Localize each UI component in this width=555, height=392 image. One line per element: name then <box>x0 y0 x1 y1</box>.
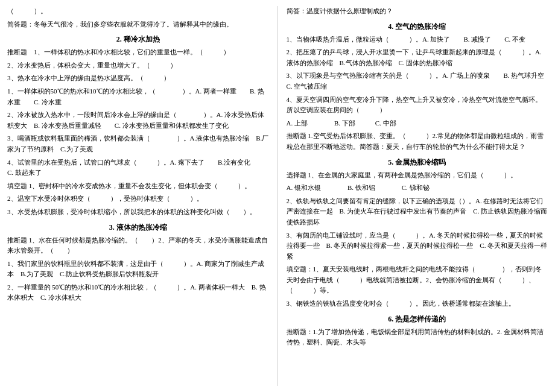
section-2-q5: 2、冷水被放入热水中，一段时间后冷水会上浮的缘由是（ ）。A. 冷水受热后体积变… <box>7 110 269 131</box>
s3-q3-text: 2、一样重量的 50℃的热水和10℃的冷水相比较，（ ）。A. 两者体积一样大 … <box>7 282 269 303</box>
section-4-push: 推断题 1.空气受热后体积膨胀、变重。（ ）2.常见的物体都是由微粒组成的，雨雪… <box>287 131 548 152</box>
section-2-q7: 4、试管里的水在受热后，试管口的气球皮（ ）。A. 瘪下去了 B.没有变化 C.… <box>7 157 269 179</box>
section-5-title: 5. 金属热胀冷缩吗 <box>287 157 548 168</box>
intro-bracket-text: （ ）。 <box>7 7 47 14</box>
s2-q3-text: 3、热水在冷水中上浮的缘由是热水温度高。（ ） <box>7 73 269 84</box>
s5-q1-opts-text: A. 银和水银 B. 铁和铝 C. 锑和铋 <box>287 183 548 194</box>
s3-q1-text: 推断题 1、水在任何时候都是热胀冷缩的。（ ）2、严寒的冬天，水受冷画胀能造成自… <box>7 235 269 256</box>
section-3-q2: 1、我们家里的饮料瓶里的饮料都不装满，这是由于（ ）。A. 商家为了削减生产成本… <box>7 259 269 280</box>
section-6-title: 6. 热是怎样传递的 <box>287 314 548 324</box>
section-4-q4: 4、夏天空调四周的空气变冷升下降，热空气上升又被变冷，冷热空气对流使空气循环。所… <box>287 95 548 116</box>
s4-q3-text: 3、以下现象是与空气热胀冷缩有关的是（ ）。A. 广场上的喷泉 B. 热气球升空… <box>287 71 548 92</box>
section-5-fill2: 3、钢铁造的铁轨在温度变化时会（ ）。因此，铁桥通常都架在滚轴上。 <box>287 299 548 309</box>
section-5-q3: 3、有阔历的电工铺设线时，应当是（ ）。A. 冬天的时候拉得松一些，夏天的时候拉… <box>287 230 548 262</box>
section-2-fill3: 3、水受热体积膨胀，受冷时体积缩小，所以我把水的体积的这种变化叫做（ ）。 <box>7 207 269 218</box>
s2-fill3-text: 3、水受热体积膨胀，受冷时体积缩小，所以我把水的体积的这种变化叫做（ ）。 <box>7 207 269 218</box>
section-2-q2: 2、冷水变热后，体积会变大，重量也增大了。（ ） <box>7 60 269 71</box>
s5-fill2-text: 3、钢铁造的铁轨在温度变化时会（ ）。因此，铁桥通常都架在滚轴上。 <box>287 299 548 309</box>
s5-fill1-text: 填空题：1、夏天安装电线时，两根电线杆之间的电线不能拉得（ ），否则到冬天时会由… <box>287 264 548 296</box>
section-5-q1: 选择题 1、在金属的大家庭里，有两种金属是热胀冷缩的，它们是（ ）。 <box>287 170 548 181</box>
s5-q1-text: 选择题 1、在金属的大家庭里，有两种金属是热胀冷缩的，它们是（ ）。 <box>287 170 548 181</box>
section-5-q2: 2、铁轨与铁轨之间要留有肯定的缝隙，以下正确的选项是（）。A. 在修路时无法将它… <box>287 196 548 228</box>
intro-answer-left-text: 简答题：冬每天气很冷，我们多穿些衣服就不觉得冷了。请解释其中的缘由。 <box>7 21 233 28</box>
s4-push-text: 推断题 1.空气受热后体积膨胀、变重。（ ）2.常见的物体都是由微粒组成的，雨雪… <box>287 131 548 152</box>
section-2-q3: 3、热水在冷水中上浮的缘由是热水温度高。（ ） <box>7 73 269 84</box>
section-3-title: 3. 液体的热胀冷缩 <box>7 223 269 233</box>
s2-q7-text: 4、试管里的水在受热后，试管口的气球皮（ ）。A. 瘪下去了 B.没有变化 C.… <box>7 157 269 179</box>
section-2-q6: 3、喝酒瓶或饮料瓶里面的稀酒，饮料都会装满（ ）。A.液体也有热胀冷缩 B.厂家… <box>7 133 269 154</box>
s3-q2-text: 1、我们家里的饮料瓶里的饮料都不装满，这是由于（ ）。A. 商家为了削减生产成本… <box>7 259 269 280</box>
s5-q2-text: 2、铁轨与铁轨之间要留有肯定的缝隙，以下正确的选项是（）。A. 在修路时无法将它… <box>287 196 548 228</box>
section-2-title: 2. 稀冷水加热 <box>7 34 269 45</box>
s4-q2-text: 2、把压瘪了的乒乓球，浸人开水里烫一下，让乒乓球重新起来的原理是（ ）。A.液体… <box>287 47 548 68</box>
s4-q1-text: 1、当物体吸热升温后，微粒运动（ ）。A. 加快了 B. 减慢了 C. 不变 <box>287 34 548 45</box>
intro-answer-right-text: 简答：温度计依据什么原理制成的？ <box>287 7 393 14</box>
page-container: （ ）。 简答题：冬每天气很冷，我们多穿些衣服就不觉得冷了。请解释其中的缘由。 … <box>0 0 555 392</box>
intro-bracket: （ ）。 <box>7 6 269 17</box>
section-4-title: 4. 空气的热胀冷缩 <box>287 22 548 32</box>
intro-answer-right: 简答：温度计依据什么原理制成的？ <box>287 6 548 17</box>
section-4-q1: 1、当物体吸热升温后，微粒运动（ ）。A. 加快了 B. 减慢了 C. 不变 <box>287 34 548 45</box>
section-4-q5: A. 上部 B. 下部 C. 中部 <box>287 118 548 129</box>
section-5-fill1: 填空题：1、夏天安装电线时，两根电线杆之间的电线不能拉得（ ），否则到冬天时会由… <box>287 264 548 296</box>
section-2-fill2: 2、温室下水受冷时体积变（ ），受热时体积变（ ）。 <box>7 194 269 204</box>
section-5-q1-opts: A. 银和水银 B. 铁和铝 C. 锑和铋 <box>287 183 548 194</box>
section-2-fill1: 填空题 1、密封杯中的冷水变成热水，重量不会发生变化，但体积会变（ ）。 <box>7 181 269 192</box>
s2-q5-text: 2、冷水被放入热水中，一段时间后冷水会上浮的缘由是（ ）。A. 冷水受热后体积变… <box>7 110 269 131</box>
s2-q6-text: 3、喝酒瓶或饮料瓶里面的稀酒，饮料都会装满（ ）。A.液体也有热胀冷缩 B.厂家… <box>7 133 269 154</box>
s2-q4-text: 1、一样体积的50℃的热水和10℃的冷水相比较，（ ）。A. 两者一样重 B. … <box>7 86 269 107</box>
section-3-q1: 推断题 1、水在任何时候都是热胀冷缩的。（ ）2、严寒的冬天，水受冷画胀能造成自… <box>7 235 269 256</box>
s2-fill1-text: 填空题 1、密封杯中的冷水变成热水，重量不会发生变化，但体积会变（ ）。 <box>7 181 269 192</box>
section-2-q4: 1、一样体积的50℃的热水和10℃的冷水相比较，（ ）。A. 两者一样重 B. … <box>7 86 269 107</box>
column-divider <box>278 6 278 386</box>
section-4-q3: 3、以下现象是与空气热胀冷缩有关的是（ ）。A. 广场上的喷泉 B. 热气球升空… <box>287 71 548 92</box>
left-column: （ ）。 简答题：冬每天气很冷，我们多穿些衣服就不觉得冷了。请解释其中的缘由。 … <box>7 6 269 386</box>
s5-q3-text: 3、有阔历的电工铺设线时，应当是（ ）。A. 冬天的时候拉得松一些，夏天的时候拉… <box>287 230 548 262</box>
s4-q5-text: A. 上部 B. 下部 C. 中部 <box>287 118 548 129</box>
s2-q2-text: 2、冷水变热后，体积会变大，重量也增大了。（ ） <box>7 60 269 71</box>
section-4-q2: 2、把压瘪了的乒乓球，浸人开水里烫一下，让乒乓球重新起来的原理是（ ）。A.液体… <box>287 47 548 68</box>
s2-q1-text: 推断题 1、一样体积的热水和冷水相比较，它们的重量也一样。（ ） <box>7 47 269 58</box>
section-6-q1: 推断题：1.为了增加热传递，电饭锅全部是利用简洁传热的材料制成的。2. 金属材料… <box>287 327 548 348</box>
s2-fill2-text: 2、温室下水受冷时体积变（ ），受热时体积变（ ）。 <box>7 194 269 204</box>
section-3-q3: 2、一样重量的 50℃的热水和10℃的冷水相比较，（ ）。A. 两者体积一样大 … <box>7 282 269 303</box>
section-2-q1: 推断题 1、一样体积的热水和冷水相比较，它们的重量也一样。（ ） <box>7 47 269 58</box>
s6-q1-text: 推断题：1.为了增加热传递，电饭锅全部是利用简洁传热的材料制成的。2. 金属材料… <box>287 327 548 348</box>
right-column: 简答：温度计依据什么原理制成的？ 4. 空气的热胀冷缩 1、当物体吸热升温后，微… <box>287 6 548 386</box>
intro-answer-left: 简答题：冬每天气很冷，我们多穿些衣服就不觉得冷了。请解释其中的缘由。 <box>7 19 269 30</box>
s4-q4-text: 4、夏天空调四周的空气变冷升下降，热空气上升又被变冷，冷热空气对流使空气循环。所… <box>287 95 548 116</box>
